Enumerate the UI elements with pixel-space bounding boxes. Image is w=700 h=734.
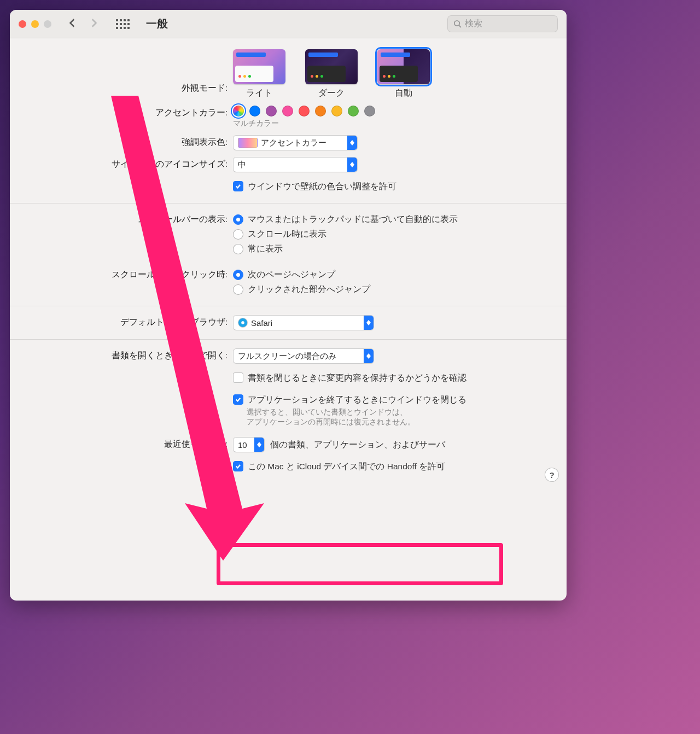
prefer-tabs-select[interactable]: フルスクリーンの場合のみ (233, 348, 374, 364)
accent-blue[interactable] (249, 106, 260, 116)
default-browser-label: デフォルトのWebブラウザ: (10, 315, 231, 328)
recent-items-suffix: 個の書類、アプリケーション、およびサーバ (270, 439, 445, 451)
stepper-icon (364, 316, 374, 330)
svg-marker-7 (366, 323, 371, 325)
recent-items-label: 最近使った項目: (10, 437, 231, 450)
window-title: 一般 (146, 16, 168, 31)
svg-line-1 (459, 25, 461, 27)
scrollbar-show-auto[interactable]: マウスまたはトラックパッドに基づいて自動的に表示 (233, 212, 567, 227)
highlight-color-select[interactable]: アクセントカラー (233, 135, 358, 150)
close-windows-checkbox[interactable]: アプリケーションを終了するときにウインドウを閉じる (233, 392, 567, 407)
accent-sublabel: マルチカラー (233, 119, 567, 129)
close-windows-desc2: アプリケーションの再開時には復元されません。 (233, 417, 567, 427)
stepper-icon (254, 438, 264, 452)
accent-green[interactable] (348, 106, 359, 116)
preferences-window: 一般 検索 外観モード: ライト ダーク (10, 10, 567, 601)
search-placeholder: 検索 (465, 18, 482, 30)
nav-arrows (68, 18, 98, 30)
safari-icon (238, 318, 248, 328)
close-windows-desc1: 選択すると、開いていた書類とウインドウは、 (233, 407, 567, 417)
ask-keep-changes-checkbox[interactable]: 書類を閉じるときに変更内容を保持するかどうかを確認 (233, 370, 567, 386)
stepper-icon (347, 136, 357, 150)
appearance-auto[interactable]: 自動 (377, 49, 430, 99)
appearance-light[interactable]: ライト (233, 49, 285, 99)
accent-purple[interactable] (266, 106, 277, 116)
scrollbar-click-spot[interactable]: クリックされた部分へジャンプ (233, 282, 567, 297)
annotation-highlight (217, 543, 503, 585)
search-field[interactable]: 検索 (447, 15, 558, 32)
sidebar-size-select[interactable]: 中 (233, 157, 358, 172)
scrollbar-show-scrolling[interactable]: スクロール時に表示 (233, 227, 567, 242)
sidebar-size-label: サイドバーのアイコンサイズ: (10, 157, 231, 170)
recent-items-select[interactable]: 10 (233, 437, 265, 452)
svg-marker-9 (366, 356, 371, 359)
zoom-icon (44, 20, 51, 28)
stepper-icon (364, 349, 374, 363)
scrollbar-show-label: スクロールバーの表示: (10, 212, 231, 225)
wallpaper-tint-checkbox[interactable]: ウインドウで壁紙の色合い調整を許可 (233, 179, 567, 194)
accent-yellow[interactable] (331, 106, 342, 116)
accent-multicolor[interactable] (233, 106, 244, 116)
highlight-chip-icon (238, 138, 258, 148)
handoff-checkbox[interactable]: この Mac と iCloud デバイス間での Handoff を許可 (233, 459, 567, 474)
help-button[interactable]: ? (545, 468, 559, 482)
close-icon[interactable] (19, 20, 26, 28)
svg-marker-11 (257, 445, 261, 447)
svg-marker-3 (350, 143, 354, 145)
forward-button (89, 18, 98, 30)
scrollbar-click-page[interactable]: 次のページへジャンプ (233, 267, 567, 282)
default-browser-select[interactable]: Safari (233, 315, 374, 330)
svg-marker-5 (350, 165, 354, 167)
accent-color-label: アクセントカラー: (10, 106, 231, 119)
back-button[interactable] (68, 18, 78, 30)
appearance-label: 外観モード: (10, 49, 231, 94)
accent-red[interactable] (299, 106, 310, 116)
scrollbar-show-always[interactable]: 常に表示 (233, 242, 567, 257)
minimize-icon[interactable] (31, 20, 39, 28)
appearance-dark[interactable]: ダーク (305, 49, 358, 99)
stepper-icon (347, 158, 357, 172)
accent-orange[interactable] (315, 106, 326, 116)
prefer-tabs-label: 書類を開くときはタブで開く: (10, 348, 231, 362)
svg-point-0 (454, 21, 459, 26)
scrollbar-click-label: スクロールバーのクリック時: (10, 267, 231, 281)
search-icon (453, 20, 462, 28)
show-all-icon[interactable] (116, 19, 130, 29)
accent-gray[interactable] (364, 106, 375, 116)
accent-pink[interactable] (282, 106, 293, 116)
window-traffic-lights (19, 20, 51, 28)
window-titlebar: 一般 検索 (10, 10, 567, 38)
highlight-color-label: 強調表示色: (10, 135, 231, 148)
